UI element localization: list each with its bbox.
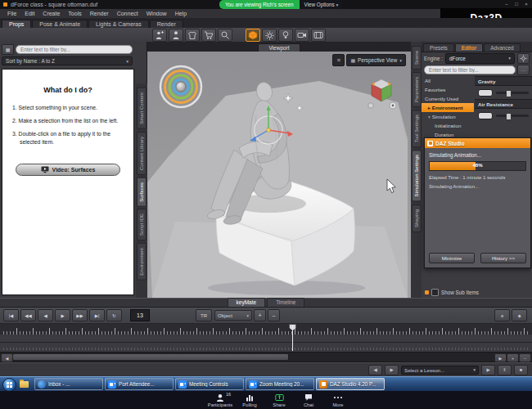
lesson-dropdown[interactable]: Select a Lesson... ▾	[401, 366, 479, 375]
tab-pose-animate[interactable]: Pose & Animate	[32, 20, 88, 28]
go-to-start-button[interactable]: |◀	[3, 309, 19, 321]
group-initialization[interactable]: Initialization	[422, 121, 474, 130]
pause-lesson-button[interactable]: ‖	[498, 365, 512, 375]
tab-scene[interactable]: Scene	[412, 46, 422, 70]
object-filter-dropdown[interactable]: Object ▾	[214, 310, 252, 321]
timeline-track[interactable]	[0, 335, 532, 352]
step-back-button[interactable]: ◀	[38, 309, 53, 321]
gear-icon[interactable]	[262, 29, 277, 42]
tab-timeline[interactable]: Timeline	[267, 298, 304, 307]
video-surfaces-button[interactable]: Video: Surfaces	[16, 164, 120, 176]
tab-script-ide[interactable]: Script IDE	[137, 209, 147, 240]
pane-options-gear-icon[interactable]	[517, 53, 530, 64]
tab-props[interactable]: Props	[2, 20, 31, 28]
gravity-slider[interactable]	[475, 86, 532, 99]
prop-cube-icon[interactable]	[246, 29, 260, 42]
figure-icon[interactable]	[169, 29, 183, 42]
gravity-value-field[interactable]	[478, 89, 493, 97]
minimize-window-button[interactable]: –	[503, 0, 511, 7]
next-keyframe-button[interactable]: ▶▶	[72, 309, 88, 321]
keyframe-mode-button[interactable]: TR	[196, 309, 212, 321]
show-sub-items-checkbox[interactable]	[431, 289, 439, 296]
previous-lesson-button[interactable]: ◀	[368, 365, 382, 375]
dialog-titlebar[interactable]: DAZ Studio	[425, 138, 530, 148]
taskbar-app-port-attendee[interactable]: Port Attendee...	[105, 378, 174, 390]
viewport-canvas[interactable]	[147, 52, 411, 298]
scroll-left-button[interactable]: ◀	[1, 353, 13, 362]
tab-tool-settings[interactable]: Tool Settings	[412, 110, 422, 147]
air-resistance-slider-track[interactable]	[496, 115, 529, 117]
shopping-cart-icon[interactable]	[201, 29, 216, 42]
scrollbar-thumb[interactable]	[12, 353, 289, 361]
zoom-view-options-button[interactable]: View Options ▾	[300, 0, 344, 9]
add-keyframe-button[interactable]: +	[254, 309, 266, 321]
gravity-slider-thumb[interactable]	[506, 90, 512, 97]
tab-keymate[interactable]: keyMate	[228, 298, 266, 307]
light-icon[interactable]	[278, 29, 293, 42]
timeline-ruler[interactable]	[0, 324, 532, 335]
viewport-tab[interactable]: Viewport	[258, 43, 300, 52]
tab-shaping[interactable]: Shaping	[412, 204, 422, 232]
menu-window[interactable]: Window	[142, 11, 171, 16]
chat-button[interactable]: Chat	[295, 391, 322, 409]
tab-advanced[interactable]: Advanced	[484, 43, 520, 52]
start-button[interactable]	[2, 378, 16, 392]
menu-file[interactable]: File	[3, 11, 20, 16]
timeline-options-icon[interactable]: ◈	[512, 309, 527, 321]
play-lesson-button[interactable]: ▶	[481, 365, 495, 375]
loop-button[interactable]: ↻	[106, 309, 122, 321]
air-resistance-value-field[interactable]	[478, 112, 493, 119]
group-all[interactable]: All	[422, 76, 474, 85]
tab-smart-content[interactable]: Smart Content	[137, 88, 147, 129]
group-simulation[interactable]: ▾ Simulation	[422, 112, 474, 121]
polling-button[interactable]: Polling	[236, 391, 264, 409]
tab-parameters[interactable]: Parameters	[412, 72, 422, 107]
minimize-dialog-button[interactable]: Minimize	[429, 253, 475, 263]
tab-surfaces[interactable]: Surfaces	[137, 178, 147, 207]
more-button[interactable]: More	[324, 391, 352, 409]
tab-lights-cameras[interactable]: Lights & Cameras	[88, 20, 149, 28]
param-filter-input[interactable]	[424, 65, 516, 74]
remove-keyframe-button[interactable]: –	[268, 309, 280, 321]
stop-lesson-button[interactable]: ■	[514, 365, 528, 375]
share-screen-button[interactable]: Share	[265, 391, 293, 409]
air-resistance-slider[interactable]	[475, 109, 532, 122]
render-film-icon[interactable]	[311, 29, 326, 42]
sort-dropdown[interactable]: Sort by Name : A to Z ▾	[2, 56, 133, 65]
menu-connect[interactable]: Connect	[113, 11, 142, 16]
grid-view-icon[interactable]: ▦	[2, 44, 14, 55]
explorer-folder-icon[interactable]	[20, 381, 29, 388]
close-window-button[interactable]: ×	[522, 0, 530, 7]
filter-options-icon[interactable]: …	[517, 65, 530, 75]
tab-render[interactable]: Render	[150, 20, 183, 28]
taskbar-app-inbox[interactable]: Inbox - ...	[34, 378, 103, 390]
menu-create[interactable]: Create	[38, 11, 64, 16]
timeline-zoom-out-button[interactable]: –	[519, 353, 531, 362]
left-filter-input[interactable]	[16, 45, 133, 54]
current-frame-field[interactable]: 13	[130, 309, 150, 321]
group-favorites[interactable]: Favorites	[422, 85, 474, 94]
gravity-slider-track[interactable]	[496, 92, 529, 94]
previous-keyframe-button[interactable]: ◀◀	[20, 309, 36, 321]
group-currently-used[interactable]: Currently Used	[422, 94, 474, 103]
scroll-right-button[interactable]: ▶	[494, 353, 507, 362]
wardrobe-icon[interactable]	[185, 29, 200, 42]
search-tool-icon[interactable]	[218, 29, 232, 42]
tab-editor[interactable]: Editor	[455, 43, 483, 52]
next-lesson-button[interactable]: ▶	[385, 365, 399, 375]
timeline-scrollbar[interactable]: ◀ ▶ + –	[0, 352, 532, 362]
tab-environment[interactable]: Environment	[137, 243, 147, 281]
maximize-window-button[interactable]: □	[512, 0, 521, 7]
menu-help[interactable]: Help	[171, 11, 191, 16]
menu-edit[interactable]: Edit	[20, 11, 38, 16]
taskbar-app-meeting-controls[interactable]: Meeting Controls	[175, 378, 244, 390]
play-button[interactable]: ▶	[55, 309, 70, 321]
tab-presets[interactable]: Presets	[423, 43, 454, 52]
tab-simulation-settings[interactable]: Simulation Settings	[412, 150, 422, 201]
air-resistance-slider-thumb[interactable]	[506, 113, 512, 120]
menu-render[interactable]: Render	[86, 11, 113, 16]
tab-content-library[interactable]: Content Library	[137, 132, 147, 175]
taskbar-app-daz-studio[interactable]: DAZ Studio 4.20 P...	[316, 378, 385, 390]
group-environment[interactable]: ▸ Environment	[422, 103, 474, 112]
view-selector-dropdown[interactable]: ▦ Perspective View ▾	[346, 54, 406, 66]
